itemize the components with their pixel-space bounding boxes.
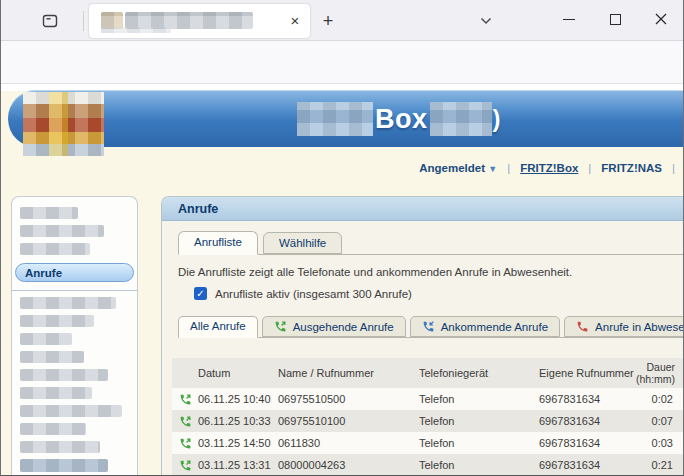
sidebar-item-redacted[interactable] xyxy=(20,387,92,399)
new-tab-button[interactable]: + xyxy=(317,10,339,32)
tab-title-blur2 xyxy=(101,27,171,33)
sidebar-divider xyxy=(12,290,137,291)
sidebar-item-redacted[interactable] xyxy=(20,207,78,219)
call-list-active-checkbox[interactable]: ✓ xyxy=(194,287,207,300)
sidebar-item-redacted[interactable] xyxy=(20,333,72,345)
sidebar-item-redacted[interactable] xyxy=(20,297,116,309)
col-name: Name / Rufnummer xyxy=(278,367,419,379)
call-list-table: Datum Name / Rufnummer Telefoniegerät Ei… xyxy=(172,358,684,476)
fritzbox-brand-title: Box ) xyxy=(297,98,501,140)
maximize-button[interactable] xyxy=(601,6,629,32)
outgoing-call-icon xyxy=(172,393,198,406)
tab-list-chevron-icon[interactable] xyxy=(476,12,496,30)
call-filter-tabs: Alle Anrufe Ausgehende Anrufe Ankommende… xyxy=(178,313,684,338)
filter-tab-abwesenheit[interactable]: Anrufe in Abwesenheit xyxy=(564,316,684,337)
nav-separator: | xyxy=(588,162,591,174)
missed-call-icon xyxy=(576,320,589,333)
col-eigene: Eigene Rufnummer xyxy=(539,367,636,379)
sidebar-item-redacted[interactable] xyxy=(20,405,122,417)
sidebar-item-redacted[interactable] xyxy=(20,351,84,363)
nav-link-fritzbox[interactable]: FRITZ!Box xyxy=(520,162,578,174)
tab-waehlhilfe[interactable]: Wählhilfe xyxy=(263,232,342,254)
filter-tab-ankommende[interactable]: Ankommende Anrufe xyxy=(410,316,560,337)
sidebar-item-redacted[interactable] xyxy=(20,315,94,327)
sidebar-item-redacted[interactable] xyxy=(20,459,108,472)
page-title: Anrufe xyxy=(162,197,684,221)
nav-link-fritznas[interactable]: FRITZ!NAS xyxy=(601,162,662,174)
top-navigation: Angemeldet ▼ | FRITZ!Box | FRITZ!NAS | xyxy=(419,162,675,174)
tab-separator xyxy=(83,11,84,31)
call-list-active-label: Anrufliste aktiv (insgesamt 300 Anrufe) xyxy=(215,288,412,300)
nav-separator: | xyxy=(672,162,675,174)
table-row[interactable]: 06.11.25 10:3306975510100Telefon69678316… xyxy=(172,410,684,432)
brand-model-redacted xyxy=(430,102,492,136)
chevron-down-icon: ▼ xyxy=(488,164,497,174)
sidebar-item-redacted[interactable] xyxy=(20,225,104,237)
col-geraet: Telefoniegerät xyxy=(419,367,539,379)
table-row[interactable]: 06.11.25 10:4006975510500Telefon69678316… xyxy=(172,388,684,410)
browser-tab-bar: × + xyxy=(1,0,683,41)
tab-title-redacted xyxy=(97,11,302,31)
window-controls xyxy=(555,6,675,32)
incoming-call-icon xyxy=(422,320,435,333)
nav-separator: | xyxy=(507,162,510,174)
sidebar-item-redacted[interactable] xyxy=(20,369,108,381)
outgoing-call-icon xyxy=(172,459,198,472)
outgoing-call-icon xyxy=(172,415,198,428)
brand-prefix-redacted xyxy=(297,102,373,136)
minimize-button[interactable] xyxy=(555,6,583,32)
call-list-active-row: ✓ Anrufliste aktiv (insgesamt 300 Anrufe… xyxy=(194,287,684,300)
sidebar-item-redacted[interactable] xyxy=(20,441,100,453)
main-panel: Anrufe Anrufliste Wählhilfe Die Anruflis… xyxy=(161,196,684,476)
col-datum: Datum xyxy=(198,367,278,379)
main-tabs: Anrufliste Wählhilfe xyxy=(178,229,684,255)
sidebar-item-anrufe[interactable]: Anrufe xyxy=(15,263,134,282)
filter-tab-ausgehende[interactable]: Ausgehende Anrufe xyxy=(262,316,406,337)
browser-window: × + ← → ↻ http: 80% ☆ xyxy=(0,0,684,476)
outgoing-call-icon xyxy=(172,437,198,450)
tab-close-button[interactable]: × xyxy=(286,12,304,30)
close-button[interactable] xyxy=(647,6,675,32)
table-row[interactable]: 03.11.25 13:3108000004263Telefon69678316… xyxy=(172,454,684,476)
calls-description: Die Anrufliste zeigt alle Telefonate und… xyxy=(178,266,684,278)
brand-box-text: Box xyxy=(373,104,430,135)
browser-nav-toolbar: ← → ↻ http: 80% ☆ xyxy=(1,41,683,84)
logged-in-menu[interactable]: Angemeldet ▼ xyxy=(419,162,497,174)
brand-tail-text: ) xyxy=(493,105,501,133)
col-dauer: Dauer(hh:mm) xyxy=(636,361,684,385)
outgoing-call-icon xyxy=(274,320,287,333)
table-header-row: Datum Name / Rufnummer Telefoniegerät Ei… xyxy=(172,358,684,388)
sidebar-menu: Anrufe xyxy=(11,196,138,476)
table-row[interactable]: 03.11.25 14:500611830Telefon69678316340:… xyxy=(172,432,684,454)
sidebar-item-redacted[interactable] xyxy=(20,243,90,255)
firefox-view-icon[interactable] xyxy=(39,10,61,32)
tab-anrufliste[interactable]: Anrufliste xyxy=(178,231,258,255)
filter-tab-alle-anrufe[interactable]: Alle Anrufe xyxy=(178,316,258,338)
provider-logo-redacted xyxy=(23,92,104,156)
active-browser-tab[interactable]: × xyxy=(89,4,310,38)
sidebar-item-redacted[interactable] xyxy=(20,423,86,435)
